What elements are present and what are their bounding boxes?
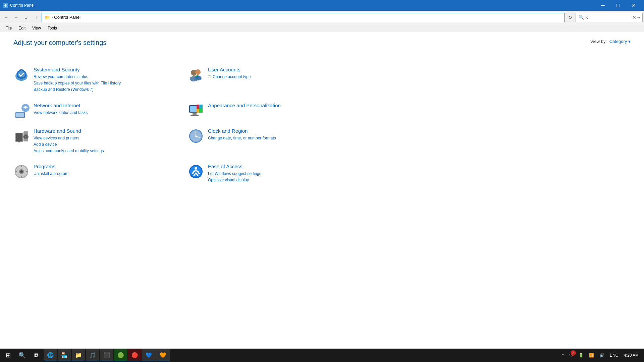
taskbar: ⊞ 🔍 ⧉ 🌐 🏪 📁 🎵 ⬛ 🟢 🔴 💙 🧡 ^ 🛡 2 🔋 📶 🔊 ENG …: [0, 349, 644, 362]
system-security-link-2[interactable]: Save backup copies of your files with Fi…: [34, 80, 121, 86]
ease-of-access-content: Ease of Access Let Windows suggest setti…: [208, 164, 261, 183]
taskbar-app-edge[interactable]: 🌐: [44, 349, 57, 361]
svg-rect-8: [18, 117, 23, 118]
close-button[interactable]: ✕: [626, 0, 641, 11]
window-controls: ─ □ ✕: [595, 0, 641, 11]
hardware-sound-icon: [13, 128, 30, 144]
clock-region-link-1[interactable]: Change date, time, or number formats: [208, 135, 276, 141]
user-accounts-icon: [188, 67, 204, 83]
dropdown-button[interactable]: ⌄: [21, 13, 31, 22]
svg-point-21: [18, 140, 20, 142]
menu-file[interactable]: File: [3, 25, 14, 31]
clock-region-icon: [188, 128, 204, 144]
notification-badge: 2: [571, 350, 576, 356]
language-label: ENG: [610, 353, 619, 358]
taskbar-app-store[interactable]: 🏪: [58, 349, 71, 361]
svg-point-42: [195, 167, 197, 170]
programs-content: Programs Uninstall a program: [34, 164, 68, 177]
back-button[interactable]: ←: [1, 13, 11, 22]
system-security-title[interactable]: System and Security: [34, 67, 121, 72]
address-field[interactable]: 📁 › Control Panel: [42, 13, 565, 22]
taskbar-security-badge[interactable]: 🛡 2: [568, 352, 575, 359]
taskbar-app-explorer[interactable]: 📁: [72, 349, 85, 361]
start-button[interactable]: ⊞: [1, 349, 15, 362]
taskbar-app-3[interactable]: 🔴: [128, 349, 142, 361]
clock-display: 4:20 AM: [624, 353, 639, 358]
hardware-sound-title[interactable]: Hardware and Sound: [34, 128, 104, 134]
system-security-link-3[interactable]: Backup and Restore (Windows 7): [34, 86, 121, 93]
taskbar-battery[interactable]: 🔋: [577, 352, 585, 359]
category-appearance: Appearance and Personalization: [188, 100, 349, 121]
refresh-button[interactable]: ↻: [566, 13, 575, 22]
address-folder-icon: 📁: [45, 15, 50, 20]
system-security-icon: [13, 67, 30, 83]
taskbar-volume[interactable]: 🔊: [598, 352, 606, 359]
appearance-title[interactable]: Appearance and Personalization: [208, 103, 281, 108]
appearance-icon: [188, 103, 204, 119]
search-input[interactable]: [585, 15, 632, 20]
menu-tools[interactable]: Tools: [45, 25, 60, 31]
taskbar-clock[interactable]: 4:20 AM: [623, 352, 640, 359]
window-title: Control Panel: [10, 3, 595, 8]
taskbar-network[interactable]: 📶: [588, 352, 595, 359]
ease-of-access-title[interactable]: Ease of Access: [208, 164, 261, 169]
taskbar-app-2[interactable]: 🟢: [114, 349, 127, 361]
programs-title[interactable]: Programs: [34, 164, 68, 169]
clear-search-button[interactable]: ✕: [632, 15, 636, 20]
go-search-button[interactable]: →: [636, 15, 641, 20]
clock-region-content: Clock and Region Change date, time, or n…: [208, 128, 276, 141]
ease-of-access-icon: [188, 164, 204, 180]
svg-point-3: [195, 69, 201, 75]
ease-of-access-link-2[interactable]: Optimize visual display: [208, 177, 261, 183]
svg-point-31: [195, 135, 197, 137]
view-by-dropdown[interactable]: Category ▾: [609, 39, 631, 44]
address-separator: ›: [51, 15, 53, 20]
clock-region-title[interactable]: Clock and Region: [208, 128, 276, 134]
category-clock-region: Clock and Region Change date, time, or n…: [188, 125, 349, 157]
svg-rect-13: [193, 113, 197, 115]
up-button[interactable]: ↑: [32, 13, 41, 22]
network-internet-content: Network and Internet View network status…: [34, 103, 88, 116]
ease-of-access-link-1[interactable]: Let Windows suggest settings: [208, 171, 261, 177]
programs-link-1[interactable]: Uninstall a program: [34, 171, 68, 177]
maximize-button[interactable]: □: [610, 0, 626, 11]
svg-rect-38: [15, 171, 17, 172]
user-accounts-link-icon: 🛡: [208, 75, 211, 79]
taskbar-app-1[interactable]: ⬛: [100, 349, 113, 361]
menu-edit[interactable]: Edit: [16, 25, 28, 31]
user-accounts-link-1[interactable]: Change account type: [213, 74, 251, 80]
svg-rect-39: [26, 171, 28, 172]
task-view-button[interactable]: ⧉: [30, 349, 43, 362]
network-internet-link-1[interactable]: View network status and tasks: [34, 110, 88, 116]
volume-icon: 🔊: [599, 353, 604, 358]
menu-view[interactable]: View: [30, 25, 44, 31]
programs-icon: [13, 164, 30, 180]
search-button[interactable]: 🔍: [15, 349, 29, 362]
forward-button[interactable]: →: [11, 13, 21, 22]
taskbar-app-media[interactable]: 🎵: [86, 349, 99, 361]
address-bar: ← → ⌄ ↑ 📁 › Control Panel ↻ 🔍 ✕ →: [0, 11, 644, 24]
taskbar-notification-area[interactable]: ^: [560, 352, 565, 359]
network-internet-title[interactable]: Network and Internet: [34, 103, 88, 108]
taskbar-app-5[interactable]: 🧡: [156, 349, 170, 361]
minimize-button[interactable]: ─: [595, 0, 610, 11]
battery-icon: 🔋: [579, 353, 584, 358]
page-title: Adjust your computer's settings: [13, 39, 106, 47]
category-system-security: System and Security Review your computer…: [13, 64, 174, 96]
category-user-accounts: User Accounts 🛡 Change account type: [188, 64, 349, 96]
search-box[interactable]: 🔍 ✕ →: [576, 13, 643, 22]
taskbar-language[interactable]: ENG: [608, 352, 620, 359]
taskbar-right: ^ 🛡 2 🔋 📶 🔊 ENG 4:20 AM: [560, 352, 643, 359]
hardware-sound-link-3[interactable]: Adjust commonly used mobility settings: [34, 148, 104, 154]
search-icon: 🔍: [579, 15, 584, 20]
system-security-link-1[interactable]: Review your computer's status: [34, 74, 121, 80]
appearance-content: Appearance and Personalization: [208, 103, 281, 110]
category-ease-of-access: Ease of Access Let Windows suggest setti…: [188, 161, 349, 186]
taskbar-app-4[interactable]: 💙: [142, 349, 156, 361]
hardware-sound-link-1[interactable]: View devices and printers: [34, 135, 104, 141]
category-network-internet: Network and Internet View network status…: [13, 100, 174, 121]
user-accounts-title[interactable]: User Accounts: [208, 67, 251, 72]
system-security-content: System and Security Review your computer…: [34, 67, 121, 93]
network-icon: 📶: [589, 353, 594, 358]
hardware-sound-link-2[interactable]: Add a device: [34, 141, 104, 148]
